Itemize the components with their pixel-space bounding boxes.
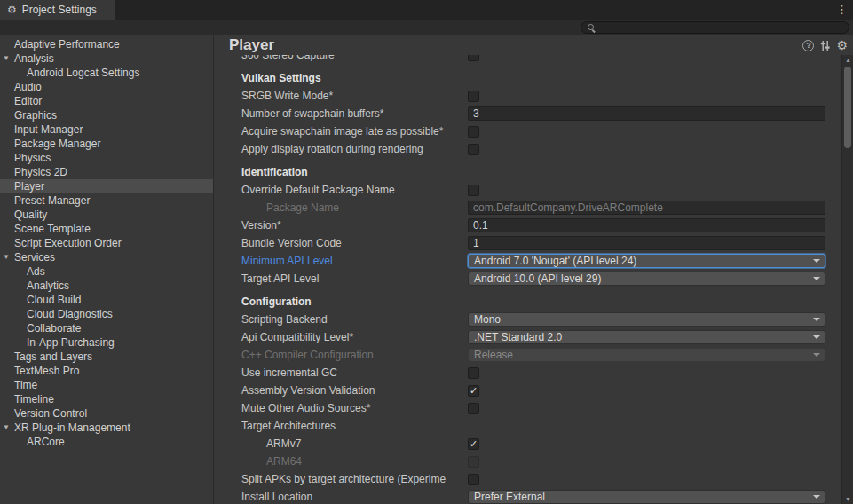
- setting-label: Scripting Backend: [241, 313, 468, 326]
- sidebar-item-label: Ads: [27, 265, 45, 278]
- sidebar-item-services[interactable]: ▼Services: [0, 250, 213, 264]
- chevron-down-icon: [813, 318, 820, 321]
- sidebar-item-editor[interactable]: Editor: [0, 94, 213, 108]
- sidebar-item-input-manager[interactable]: Input Manager: [0, 122, 213, 137]
- use-incremental-gc-checkbox[interactable]: [468, 367, 479, 379]
- target-api-level-dropdown[interactable]: Android 10.0 (API level 29): [468, 272, 825, 286]
- foldout-triangle-icon[interactable]: ▼: [3, 421, 10, 435]
- chevron-down-icon: [813, 353, 820, 357]
- sidebar-item-timeline[interactable]: Timeline: [0, 392, 213, 406]
- sidebar-item-arcore[interactable]: ARCore: [0, 435, 213, 449]
- sidebar-item-textmesh-pro[interactable]: TextMesh Pro: [0, 364, 213, 378]
- settings-row-target-api-level: Target API LevelAndroid 10.0 (API level …: [241, 270, 825, 287]
- sidebar-item-label: Tags and Layers: [14, 350, 92, 363]
- search-input[interactable]: [600, 22, 843, 33]
- srgb-write-mode-checkbox[interactable]: [468, 91, 479, 102]
- settings-row-override-default-package-name: Override Default Package Name: [241, 181, 825, 199]
- armv7-checkbox[interactable]: ✓: [468, 438, 479, 450]
- setting-label: Override Default Package Name: [241, 184, 468, 196]
- field-area: [468, 55, 825, 61]
- sidebar-item-label: Scene Template: [14, 223, 91, 235]
- arm64-checkbox: [468, 456, 479, 468]
- vertical-scrollbar[interactable]: ▲ ▼: [841, 55, 853, 504]
- 360-stereo-capture-checkbox[interactable]: [468, 55, 479, 61]
- sidebar-item-ads[interactable]: Ads: [0, 264, 213, 279]
- sidebar-item-player[interactable]: Player: [0, 179, 213, 193]
- sidebar-item-xr-plug-in-management[interactable]: ▼XR Plug-in Management: [0, 421, 213, 435]
- sidebar-item-version-control[interactable]: Version Control: [0, 406, 213, 421]
- page-title: Player: [229, 36, 802, 54]
- sidebar-item-graphics[interactable]: Graphics: [0, 108, 213, 122]
- dropdown-value: Mono: [474, 313, 501, 326]
- field-area: .NET Standard 2.0: [468, 330, 825, 344]
- scrollbar-thumb[interactable]: [844, 67, 851, 148]
- foldout-triangle-icon[interactable]: ▼: [3, 250, 10, 264]
- sidebar-item-label: Input Manager: [14, 123, 83, 136]
- sidebar-item-label: Editor: [14, 95, 42, 107]
- sidebar-item-audio[interactable]: Audio: [0, 80, 213, 94]
- section-header: Identification: [241, 166, 308, 178]
- sidebar-item-scene-template[interactable]: Scene Template: [0, 222, 213, 236]
- sidebar-item-tags-and-layers[interactable]: Tags and Layers: [0, 350, 213, 364]
- apply-display-rotation-during-rendering-checkbox[interactable]: [468, 144, 479, 155]
- search-icon: [587, 23, 596, 33]
- split-apks-by-target-architecture-experime-checkbox[interactable]: [468, 474, 479, 485]
- bundle-version-code-field[interactable]: 1: [468, 236, 825, 250]
- setting-label: C++ Compiler Configuration: [241, 349, 468, 361]
- number-of-swapchain-buffers-field[interactable]: 3: [468, 106, 825, 121]
- api-compatibility-level-dropdown[interactable]: .NET Standard 2.0: [468, 330, 825, 344]
- sidebar-item-adaptive-performance[interactable]: Adaptive Performance: [0, 37, 213, 51]
- sidebar-item-collaborate[interactable]: Collaborate: [0, 321, 213, 335]
- foldout-triangle-icon[interactable]: ▼: [3, 51, 10, 66]
- sidebar-item-label: Services: [14, 251, 55, 264]
- sidebar-item-label: Analysis: [14, 52, 54, 65]
- dropdown-value: Release: [474, 349, 513, 361]
- sidebar-item-script-execution-order[interactable]: Script Execution Order: [0, 236, 213, 250]
- override-default-package-name-checkbox[interactable]: [468, 185, 479, 196]
- sidebar-item-package-manager[interactable]: Package Manager: [0, 137, 213, 151]
- kebab-menu-icon[interactable]: ⋮: [836, 3, 848, 16]
- settings-row-version: Version*0.1: [241, 217, 825, 234]
- sidebar-item-label: TextMesh Pro: [14, 365, 79, 377]
- sidebar-item-label: ARCore: [27, 436, 65, 448]
- field-value: 3: [473, 107, 479, 120]
- sidebar-item-analytics[interactable]: Analytics: [0, 279, 213, 293]
- settings-row-identification: Identification: [241, 163, 825, 181]
- sidebar-item-quality[interactable]: Quality: [0, 208, 213, 222]
- sidebar-item-label: Quality: [14, 209, 47, 221]
- dropdown-value: .NET Standard 2.0: [474, 331, 562, 343]
- minimum-api-level-dropdown[interactable]: Android 7.0 'Nougat' (API level 24): [468, 254, 825, 268]
- sidebar-item-label: Timeline: [14, 393, 54, 406]
- field-area: Mono: [468, 312, 825, 327]
- sidebar-item-time[interactable]: Time: [0, 378, 213, 392]
- mute-other-audio-sources-checkbox[interactable]: [468, 403, 479, 414]
- field-area: ✓: [468, 438, 825, 450]
- settings-row-360-stereo-capture: 360 Stereo Capture: [241, 55, 825, 64]
- sidebar-item-cloud-diagnostics[interactable]: Cloud Diagnostics: [0, 307, 213, 321]
- scroll-up-arrow-icon[interactable]: ▲: [842, 57, 853, 63]
- settings-row-apply-display-rotation-during-rendering: Apply display rotation during rendering: [241, 140, 825, 158]
- sidebar-item-in-app-purchasing[interactable]: In-App Purchasing: [0, 335, 213, 350]
- install-location-dropdown[interactable]: Prefer External: [468, 490, 825, 504]
- sidebar-item-physics-2d[interactable]: Physics 2D: [0, 165, 213, 179]
- version-field[interactable]: 0.1: [468, 218, 825, 232]
- acquire-swapchain-image-late-as-possible-checkbox[interactable]: [468, 126, 479, 138]
- tab-project-settings[interactable]: ⚙ Project Settings: [0, 0, 115, 20]
- setting-label: Minimum API Level: [241, 255, 468, 267]
- scripting-backend-dropdown[interactable]: Mono: [468, 312, 825, 327]
- assembly-version-validation-checkbox[interactable]: ✓: [468, 385, 479, 397]
- sidebar-item-preset-manager[interactable]: Preset Manager: [0, 193, 213, 208]
- sidebar-item-label: Cloud Diagnostics: [27, 308, 113, 320]
- dropdown-value: Prefer External: [474, 491, 545, 503]
- settings-gear-icon[interactable]: ⚙: [836, 39, 848, 51]
- help-icon[interactable]: ?: [802, 40, 814, 51]
- sidebar-item-android-logcat-settings[interactable]: Android Logcat Settings: [0, 66, 213, 80]
- scroll-down-arrow-icon[interactable]: ▼: [842, 496, 853, 502]
- sidebar-item-analysis[interactable]: ▼Analysis: [0, 51, 213, 66]
- setting-label: ARMv7: [241, 437, 468, 450]
- sidebar-item-physics[interactable]: Physics: [0, 151, 213, 165]
- search-box[interactable]: [581, 21, 849, 34]
- sidebar-item-label: Graphics: [14, 109, 57, 122]
- sidebar-item-cloud-build[interactable]: Cloud Build: [0, 293, 213, 307]
- presets-icon[interactable]: [819, 40, 831, 51]
